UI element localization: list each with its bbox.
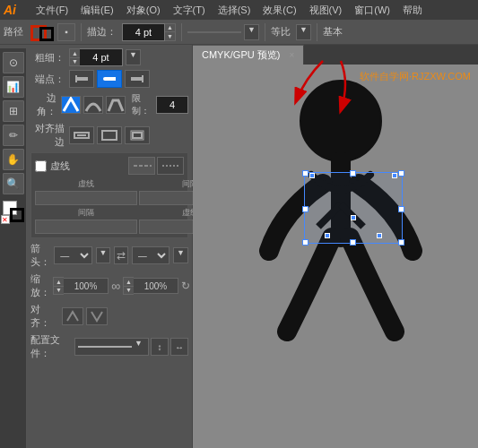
scale-start-spinner[interactable]: ▲ ▼ bbox=[53, 277, 109, 295]
w-down[interactable]: ▼ bbox=[70, 58, 80, 66]
dash-select-group: ▼ bbox=[187, 24, 259, 40]
weight-spinner-arrows[interactable]: ▲ ▼ bbox=[69, 48, 80, 66]
anchor-1 bbox=[309, 173, 315, 178]
sel-handle-tr[interactable] bbox=[398, 170, 404, 177]
arrow-start-dropdown[interactable]: ▼ bbox=[96, 247, 111, 263]
sel-handle-br[interactable] bbox=[398, 239, 404, 246]
weight-value[interactable] bbox=[80, 48, 123, 66]
arrow-start-select[interactable]: — bbox=[54, 246, 91, 264]
sel-handle-bl[interactable] bbox=[302, 239, 309, 246]
menu-file[interactable]: 文件(F) bbox=[30, 0, 74, 20]
align-inside-btn[interactable] bbox=[97, 126, 122, 144]
limit-input[interactable] bbox=[156, 96, 188, 114]
align2-label: 对齐： bbox=[30, 303, 59, 330]
ratio-dropdown[interactable]: ▼ bbox=[296, 24, 311, 40]
stroke-weight-input[interactable] bbox=[122, 23, 165, 41]
link-icon[interactable]: ∞ bbox=[111, 279, 120, 293]
divider-1 bbox=[81, 23, 82, 41]
pen-icon[interactable]: ✏ bbox=[3, 125, 24, 146]
butt-cap-btn[interactable] bbox=[69, 70, 94, 88]
dash-cell-1: 虚线 bbox=[35, 178, 137, 205]
dash-style-1[interactable] bbox=[128, 157, 155, 175]
profile-dropdown[interactable]: ▼ bbox=[132, 339, 145, 355]
arrow-swap-btn[interactable]: ⇄ bbox=[114, 246, 127, 264]
anchor-3 bbox=[351, 215, 356, 220]
stroke-color-black bbox=[39, 27, 54, 41]
menu-bar: Ai 文件(F) 编辑(E) 对象(O) 文字(T) 选择(S) 效果(C) 视… bbox=[0, 0, 478, 20]
weight-up-arrow[interactable]: ▲ bbox=[165, 24, 175, 33]
align2-left[interactable] bbox=[62, 307, 83, 325]
hand-icon[interactable]: ✋ bbox=[3, 149, 24, 170]
weight-unit-dropdown[interactable]: ▼ bbox=[126, 49, 141, 65]
menu-object[interactable]: 对象(O) bbox=[121, 0, 166, 20]
arrow-section: 箭头： — ▼ ⇄ — ▼ bbox=[30, 242, 188, 269]
dash-checkbox[interactable] bbox=[35, 160, 47, 172]
ss-down[interactable]: ▼ bbox=[54, 287, 64, 295]
menu-window[interactable]: 窗口(W) bbox=[349, 0, 395, 20]
scale-end-input[interactable] bbox=[134, 278, 178, 294]
color-swatch[interactable] bbox=[29, 23, 54, 41]
w-up[interactable]: ▲ bbox=[70, 49, 80, 58]
menu-effect[interactable]: 效果(C) bbox=[257, 0, 301, 20]
sel-handle-tc[interactable] bbox=[350, 170, 356, 177]
tab-close-btn[interactable]: × bbox=[289, 50, 294, 60]
menu-select[interactable]: 选择(S) bbox=[213, 0, 256, 20]
scale-start-input[interactable] bbox=[64, 278, 109, 294]
link-icon-2[interactable]: ↻ bbox=[181, 280, 190, 292]
grid-icon[interactable]: ⊞ bbox=[3, 100, 24, 122]
app-logo: Ai bbox=[4, 3, 23, 17]
menu-text[interactable]: 文字(T) bbox=[168, 0, 211, 20]
camera-icon[interactable]: ⊙ bbox=[3, 52, 24, 73]
dash-val-1[interactable] bbox=[35, 191, 137, 205]
dash-grid: 虚线 间隔 虚线 间隔 虚线 bbox=[35, 178, 184, 234]
zoom-icon[interactable]: 🔍 bbox=[3, 173, 24, 194]
menu-help[interactable]: 帮助 bbox=[397, 0, 428, 20]
svg-rect-7 bbox=[77, 134, 86, 136]
dash-cell-4: 间隔 bbox=[35, 207, 137, 234]
dash-val-4[interactable] bbox=[35, 220, 137, 234]
stroke-options-btn[interactable]: ▪ bbox=[57, 23, 75, 41]
weight-spinner[interactable]: ▲ ▼ bbox=[69, 48, 123, 66]
align2-right[interactable] bbox=[86, 307, 108, 325]
svg-rect-8 bbox=[102, 131, 117, 140]
endcap-row: 端点： bbox=[30, 70, 188, 88]
chart-icon[interactable]: 📊 bbox=[3, 76, 24, 98]
bevel-join-btn[interactable] bbox=[106, 96, 126, 114]
stroke-weight-arrows[interactable]: ▲ ▼ bbox=[165, 23, 176, 41]
weight-down-arrow[interactable]: ▼ bbox=[165, 32, 175, 40]
canvas-tab-main[interactable]: CMYK/GPU 预览) × bbox=[193, 45, 304, 65]
sel-handle-ml[interactable] bbox=[302, 206, 309, 212]
align-outside-btn[interactable] bbox=[125, 126, 150, 144]
dash-style-2[interactable] bbox=[157, 157, 184, 175]
svg-rect-9 bbox=[133, 133, 142, 138]
scale-s-arrows[interactable]: ▲ ▼ bbox=[53, 277, 64, 295]
dash-col-4: 间隔 bbox=[35, 207, 137, 219]
sel-handle-bc[interactable] bbox=[350, 239, 356, 246]
ss-up[interactable]: ▲ bbox=[54, 278, 64, 287]
miter-join-btn[interactable] bbox=[61, 96, 81, 114]
stroke-weight-spinner[interactable]: ▲ ▼ bbox=[122, 23, 176, 41]
arrow-end-select[interactable]: — bbox=[132, 246, 169, 264]
se-down[interactable]: ▼ bbox=[124, 287, 134, 295]
flip-v-btn[interactable]: ↕ bbox=[151, 338, 169, 356]
limit-label: 限制： bbox=[132, 92, 152, 117]
color-swatch-pair[interactable]: ✕ bbox=[3, 201, 24, 222]
square-cap-btn[interactable] bbox=[125, 70, 150, 88]
sel-handle-tl[interactable] bbox=[302, 170, 309, 177]
weight-label: 粗细： bbox=[30, 51, 65, 65]
corner-row: 边角： 限制： bbox=[30, 91, 188, 118]
arrow-end-dropdown[interactable]: ▼ bbox=[173, 247, 188, 263]
dash-dropdown[interactable]: ▼ bbox=[244, 24, 259, 40]
align-center-btn[interactable] bbox=[69, 126, 94, 144]
scale-end-spinner[interactable]: ▲ ▼ bbox=[123, 277, 178, 295]
round-cap-btn[interactable] bbox=[97, 70, 122, 88]
se-up[interactable]: ▲ bbox=[124, 278, 134, 287]
dash-col-1: 虚线 bbox=[35, 178, 137, 190]
round-join-btn[interactable] bbox=[83, 96, 103, 114]
flip-h-btn[interactable]: ↔ bbox=[170, 338, 188, 356]
menu-view[interactable]: 视图(V) bbox=[304, 0, 348, 20]
scale-label: 缩放： bbox=[30, 272, 50, 299]
menu-edit[interactable]: 编辑(E) bbox=[75, 0, 119, 20]
scale-e-arrows[interactable]: ▲ ▼ bbox=[123, 277, 134, 295]
sel-handle-mr[interactable] bbox=[398, 206, 404, 212]
